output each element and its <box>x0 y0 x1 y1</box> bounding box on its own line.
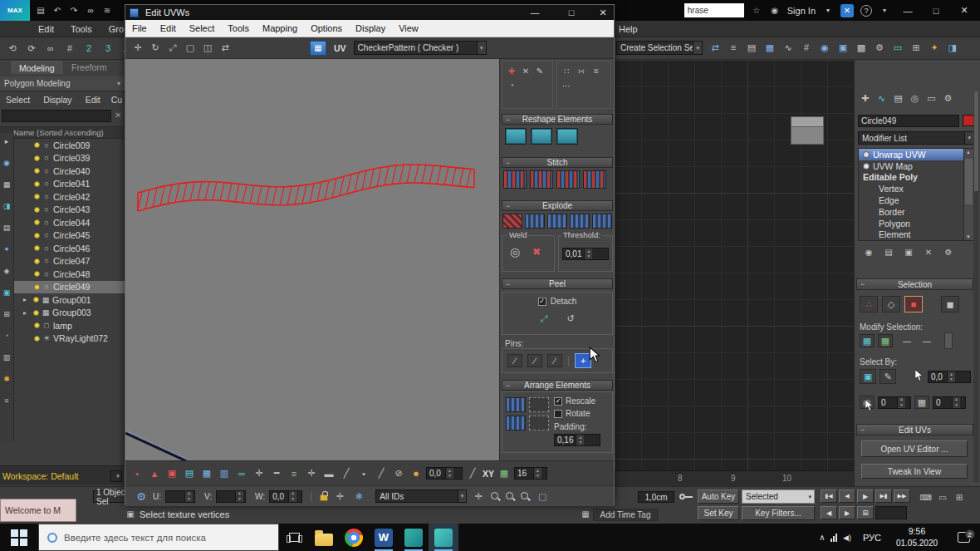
command-panel-scrollbar[interactable] <box>973 91 979 482</box>
stitch-target-icon[interactable] <box>583 170 606 189</box>
weld-selected-icon[interactable]: ◎ <box>507 244 522 259</box>
current-frame-field[interactable] <box>875 506 907 519</box>
explode-by-face-icon[interactable] <box>502 214 522 229</box>
texture-preview-icon[interactable]: ▤ <box>182 466 197 481</box>
edge-mode-icon[interactable]: ◇ <box>882 296 900 312</box>
rendered-frame-icon[interactable]: ▩ <box>854 40 869 55</box>
explorer-search-input[interactable] <box>2 110 111 122</box>
uvw-menu-select[interactable]: Select <box>183 23 222 33</box>
expand-arrow-icon[interactable]: ▸ <box>23 309 31 317</box>
visibility-bulb-icon[interactable] <box>34 336 40 342</box>
rescale-checkbox[interactable]: ✓ <box>554 397 562 406</box>
open-uv-editor-button[interactable]: Open UV Editor ... <box>861 440 968 457</box>
stack-scrollbar[interactable]: ▲ ▼ <box>963 149 973 240</box>
list-item[interactable]: ○Circle046 <box>14 242 125 255</box>
explorer-menu-display[interactable]: Display <box>37 93 77 106</box>
show-end-result-icon[interactable]: ▤ <box>883 246 894 258</box>
modifier-bulb-icon[interactable] <box>863 151 870 158</box>
arrange-elements-header[interactable]: −Arrange Elements <box>502 380 613 391</box>
list-item[interactable]: ○Circle047 <box>14 255 125 268</box>
go-to-start-button[interactable]: ▮◀ <box>821 490 837 503</box>
render-setup-icon[interactable]: ▣ <box>835 40 850 55</box>
vertex-subobject-icon[interactable]: ▲ <box>147 466 162 481</box>
add-pin-tool-icon[interactable]: ✚ <box>506 65 517 76</box>
visibility-bulb-icon[interactable] <box>34 233 40 239</box>
explorer-filter-icon[interactable]: ▸ <box>2 136 12 146</box>
explorer-sort-header[interactable]: Name (Sorted Ascending) <box>0 126 125 139</box>
explorer-filter-icon[interactable]: ▥ <box>2 352 12 362</box>
material-editor-icon[interactable]: ◉ <box>817 40 832 55</box>
time-config-button[interactable]: ⊞ <box>857 506 874 519</box>
break-tool-icon[interactable]: ✕ <box>520 65 532 76</box>
select-link-icon[interactable]: ∞ <box>85 5 96 17</box>
list-item-selected[interactable]: ○Circle049 <box>14 281 125 294</box>
word-button[interactable]: W <box>369 524 399 551</box>
relax-icon[interactable] <box>556 128 578 145</box>
select-element-icon[interactable]: ▦ <box>199 466 214 481</box>
reshape-elements-header[interactable]: −Reshape Elements <box>502 114 613 125</box>
axis-label[interactable]: XY <box>483 469 494 479</box>
time-tag-icon[interactable]: ▦ <box>580 508 591 519</box>
freeform-tool-icon[interactable]: ▢ <box>183 41 198 56</box>
uvw-maximize-button[interactable]: □ <box>561 7 582 17</box>
checker-pattern-dropdown[interactable]: CheckerPattern ( Checker )▾ <box>354 41 487 55</box>
minimize-button[interactable]: — <box>897 6 919 16</box>
straighten-selection-icon[interactable] <box>505 128 527 145</box>
layer-manager-icon[interactable]: ▦ <box>762 40 777 55</box>
explode-header[interactable]: −Explode <box>502 200 613 211</box>
render-in-cloud-icon[interactable]: ⊞ <box>909 40 924 55</box>
tray-chevron-icon[interactable]: ∧ <box>814 533 831 542</box>
pin-tool-icon[interactable]: ∕ <box>507 354 522 367</box>
fast-forward-button[interactable]: ▶▶ <box>894 490 910 503</box>
grow-uv-selection-icon[interactable]: ✛ <box>252 466 267 481</box>
create-selection-set-dropdown[interactable]: Create Selection Se▾ <box>616 41 703 55</box>
uvw-menu-edit[interactable]: Edit <box>154 23 183 33</box>
make-unique-icon[interactable]: ▣ <box>903 246 914 258</box>
select-by-pen-icon[interactable]: ✎ <box>880 369 896 384</box>
explorer-menu-select[interactable]: Select <box>0 93 36 106</box>
visibility-bulb-icon[interactable] <box>34 155 40 161</box>
visibility-bulb-icon[interactable] <box>34 284 40 290</box>
detach-checkbox[interactable]: ✓ <box>538 298 546 306</box>
stack-subitem[interactable]: Vertex <box>859 183 973 194</box>
tab-modify-icon[interactable]: ∿ <box>875 91 889 106</box>
align-tool-icon[interactable]: ≡ <box>590 65 602 76</box>
freeze-icon[interactable]: ❄ <box>351 489 366 504</box>
scroll-down-icon[interactable]: ▼ <box>966 234 971 239</box>
zoom-extents-icon[interactable] <box>505 491 516 502</box>
relax-tool-icon[interactable]: ◔ <box>506 79 517 91</box>
tweak-in-view-button[interactable]: Tweak In View <box>861 464 968 479</box>
dropdown-arrow-icon[interactable]: ▾ <box>808 494 814 500</box>
rotate-angle-spinner[interactable]: 0,0▲▼ <box>426 467 463 480</box>
uvw-titlebar[interactable]: Edit UVWs — □ ✕ <box>125 5 614 20</box>
help-dropdown-icon[interactable]: ▾ <box>879 5 890 17</box>
ring-dash[interactable]: — <box>903 337 911 346</box>
uvw-minimize-button[interactable]: — <box>524 7 546 17</box>
redo-icon[interactable]: ↷ <box>68 5 80 17</box>
pan-hand-icon[interactable]: ✛ <box>332 489 347 504</box>
move-tool-icon[interactable]: ✛ <box>130 41 145 56</box>
unlink-icon[interactable]: ≋ <box>101 5 113 17</box>
element-mode-icon[interactable]: ◼ <box>941 296 959 312</box>
list-item[interactable]: □lamp <box>14 319 125 332</box>
modifier-list-dropdown[interactable]: Modifier List▾ <box>858 131 974 145</box>
stitch-source-icon[interactable] <box>556 170 580 189</box>
set-keys-icon[interactable] <box>679 494 685 499</box>
prev-key-button[interactable]: ◀ <box>821 506 837 519</box>
ignore-backfacing-icon[interactable]: ⊘ <box>391 466 406 481</box>
select-by-value-spinner[interactable]: 0,0▲▼ <box>928 371 971 383</box>
distribute-tool-icon[interactable]: ∷ <box>561 65 572 76</box>
3dsmax-active-button[interactable] <box>429 524 458 551</box>
peel-header[interactable]: −Peel <box>502 278 613 289</box>
visibility-bulb-icon[interactable] <box>34 181 40 187</box>
play-button[interactable]: ▶ <box>857 490 874 503</box>
snap-3d-icon[interactable]: 3 <box>100 41 115 56</box>
scale-tool-icon[interactable]: ⤢ <box>165 41 180 56</box>
mirror-tool-icon[interactable]: ◫ <box>200 41 215 56</box>
list-item[interactable]: ○Circle044 <box>14 216 125 229</box>
list-item[interactable]: ○Circle039 <box>14 152 125 165</box>
list-item[interactable]: ○Circle045 <box>14 229 125 243</box>
snap-2d-icon[interactable]: 2 <box>81 41 96 56</box>
uvw-menu-view[interactable]: View <box>392 23 425 33</box>
shrink-loop-icon[interactable]: ▬ <box>321 466 336 481</box>
